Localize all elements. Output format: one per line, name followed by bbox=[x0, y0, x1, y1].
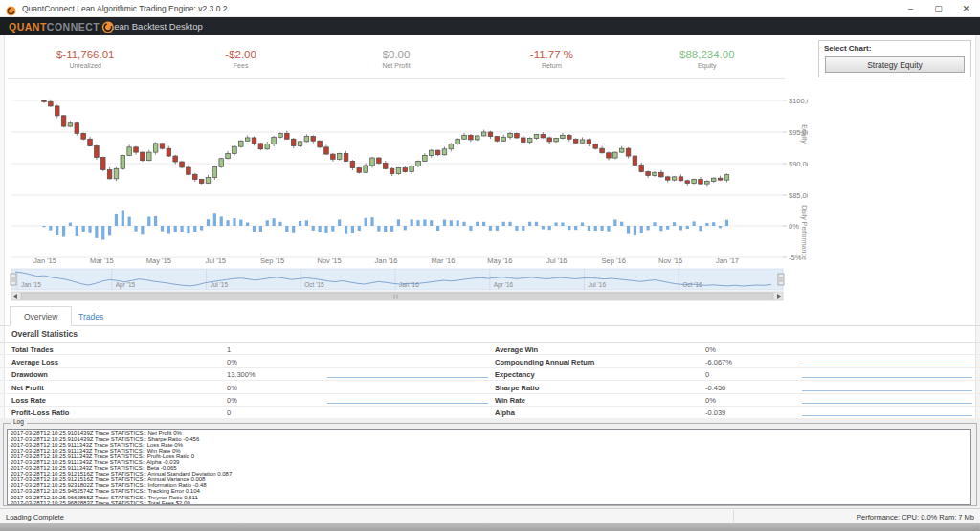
table-row: Net Profit0%Sharpe Ratio-0.456 bbox=[0, 381, 980, 393]
performance-bar bbox=[161, 226, 164, 232]
candle-body bbox=[364, 166, 368, 172]
candle-body bbox=[75, 123, 79, 134]
close-button[interactable]: ✕ bbox=[952, 0, 980, 16]
performance-bar bbox=[588, 226, 590, 231]
performance-bar bbox=[469, 226, 472, 231]
candle-body bbox=[501, 137, 506, 141]
performance-bar bbox=[108, 226, 111, 235]
navigator-handle[interactable] bbox=[11, 274, 16, 285]
performance-bar bbox=[319, 226, 322, 232]
candle-body bbox=[61, 116, 66, 126]
strategy-equity-chart-button[interactable]: Strategy Equity bbox=[825, 56, 965, 73]
section-title: Overall Statistics bbox=[0, 326, 980, 343]
log-output[interactable]: 2017-03-28T12:10:25.9101439Z Trace STATI… bbox=[7, 429, 971, 505]
candle-body bbox=[239, 141, 244, 146]
table-cell: Alpha bbox=[495, 409, 515, 417]
performance-axis-label: -5% bbox=[789, 254, 802, 262]
strategy-equity-chart[interactable]: $100,000$95,000$90,000$85,0000%-5%Equity… bbox=[8, 81, 808, 302]
candle-body bbox=[495, 137, 500, 142]
candle-body bbox=[724, 175, 729, 181]
x-axis-label: May '16 bbox=[487, 256, 512, 265]
performance-bar bbox=[226, 220, 229, 226]
select-chart-label: Select Chart: bbox=[819, 41, 970, 53]
stat-value: $88,234.00 bbox=[679, 49, 735, 60]
candle-body bbox=[278, 133, 283, 137]
candle-body bbox=[160, 144, 165, 148]
tab-trades[interactable]: Trades bbox=[69, 306, 113, 326]
tab-overview[interactable]: Overview bbox=[10, 306, 72, 326]
performance-bar bbox=[377, 226, 380, 232]
quantconnect-logo: QUANTCONNECT bbox=[0, 17, 100, 35]
performance-bar bbox=[462, 222, 465, 226]
candle-body bbox=[337, 153, 342, 159]
performance-bar bbox=[686, 226, 689, 229]
stat-value: $0.00 bbox=[383, 49, 411, 60]
logo-text-quant: QUANT bbox=[9, 21, 47, 33]
candle-body bbox=[449, 144, 454, 149]
table-cell: 0 bbox=[705, 370, 709, 379]
performance-bar bbox=[542, 226, 545, 229]
resize-grip[interactable]: ⋰ bbox=[972, 524, 979, 531]
candle-body bbox=[593, 144, 598, 149]
sparkline-right bbox=[802, 415, 972, 416]
candle-body bbox=[114, 168, 119, 179]
performance-bar bbox=[233, 218, 235, 226]
candle-body bbox=[442, 149, 447, 155]
performance-bar bbox=[482, 222, 485, 226]
candle-body bbox=[291, 139, 296, 145]
candle-body bbox=[370, 158, 375, 166]
candle-body bbox=[199, 180, 204, 184]
candle-body bbox=[607, 153, 612, 158]
performance-bar bbox=[457, 220, 459, 226]
candle-body bbox=[665, 177, 670, 180]
log-title: Log bbox=[11, 418, 27, 425]
maximize-button[interactable]: ▢ bbox=[924, 0, 952, 16]
performance-bar bbox=[187, 226, 189, 233]
minimize-button[interactable]: – bbox=[897, 0, 924, 16]
equity-axis-label: $100,000 bbox=[789, 97, 808, 105]
stat-return: -11.77 %Return bbox=[474, 39, 629, 77]
candle-body bbox=[613, 152, 618, 158]
candle-body bbox=[331, 154, 336, 159]
candlestick-series bbox=[42, 100, 729, 187]
performance-bar bbox=[561, 222, 564, 226]
performance-bar bbox=[331, 226, 334, 232]
performance-bar bbox=[122, 210, 124, 226]
performance-bar bbox=[640, 226, 643, 233]
candle-body bbox=[55, 106, 59, 116]
performance-bar bbox=[154, 216, 157, 226]
sparkline-left bbox=[327, 377, 488, 378]
sparkline-left bbox=[327, 403, 488, 404]
candle-body bbox=[515, 133, 520, 138]
performance-bar bbox=[180, 226, 183, 232]
h-scrollbar[interactable] bbox=[11, 292, 783, 300]
candle-body bbox=[699, 180, 703, 185]
logo-text-connect: CONNECT bbox=[47, 21, 100, 33]
stats-divider bbox=[8, 78, 785, 79]
performance-bar bbox=[390, 226, 393, 232]
candle-body bbox=[304, 137, 309, 142]
table-cell: Compounding Annual Return bbox=[495, 358, 594, 366]
log-panel: Log 2017-03-28T12:10:25.9101439Z Trace S… bbox=[0, 418, 980, 508]
x-axis-label: May '15 bbox=[146, 256, 171, 265]
navigator-handle[interactable] bbox=[778, 274, 784, 285]
equity-axis-label: $85,000 bbox=[789, 191, 808, 200]
performance-bar bbox=[266, 220, 269, 226]
performance-bar bbox=[246, 222, 249, 226]
x-axis-label: Jul '15 bbox=[206, 256, 226, 265]
performance-bar bbox=[705, 223, 708, 226]
navigator[interactable]: Jan '15Apr '15Jul '15Oct '15Jan '16Apr '… bbox=[11, 269, 784, 290]
chart-svg[interactable]: $100,000$95,000$90,000$85,0000%-5%Equity… bbox=[8, 81, 808, 302]
candle-body bbox=[167, 148, 171, 156]
candle-body bbox=[705, 181, 710, 184]
candle-body bbox=[659, 172, 664, 177]
candle-body bbox=[173, 156, 178, 162]
x-axis-label: Mar '16 bbox=[432, 256, 456, 265]
performance-bar bbox=[292, 226, 295, 233]
titlebar: QuantConnect Lean Algorithmic Trading En… bbox=[0, 0, 980, 17]
performance-bar bbox=[693, 221, 696, 226]
table-cell: Loss Rate bbox=[11, 396, 46, 405]
candle-body bbox=[42, 100, 47, 101]
performance-bar bbox=[601, 226, 604, 231]
candle-body bbox=[653, 172, 657, 175]
